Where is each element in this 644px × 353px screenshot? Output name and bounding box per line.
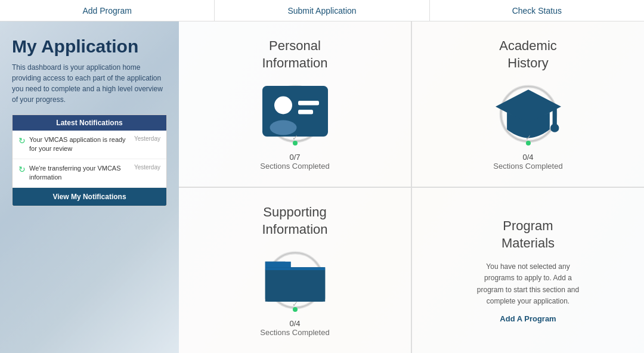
- notification-refresh-icon-2: ↻: [18, 165, 26, 174]
- nav-add-program[interactable]: Add Program: [0, 0, 215, 21]
- notifications-header: Latest Notifications: [13, 115, 166, 131]
- svg-rect-5: [298, 110, 313, 114]
- section-personal-information[interactable]: PersonalInformation ✓: [179, 21, 411, 187]
- svg-rect-4: [298, 101, 319, 106]
- svg-point-6: [270, 120, 296, 135]
- section-program-materials: ProgramMaterials You have not selected a…: [411, 187, 644, 353]
- notifications-box: Latest Notifications ↻ Your VMCAS applic…: [12, 114, 167, 206]
- section-academic-history[interactable]: AcademicHistory ✓ 0/4 Sec: [411, 21, 644, 187]
- svg-rect-10: [552, 107, 556, 126]
- top-navigation: Add Program Submit Application Check Sta…: [0, 0, 644, 21]
- sidebar-description: This dashboard is your application home …: [12, 62, 167, 105]
- view-notifications-button[interactable]: View My Notifications: [13, 188, 166, 206]
- academic-sections-label: Sections Completed: [493, 162, 562, 171]
- svg-marker-9: [496, 89, 561, 123]
- notification-time-2: Yesterday: [134, 164, 160, 171]
- academic-history-progress: ✓: [496, 81, 561, 147]
- academic-sections-count: 0/4: [522, 153, 533, 162]
- progress-dot-1: [293, 141, 298, 145]
- progress-dot-3: [293, 307, 298, 312]
- nav-submit-application[interactable]: Submit Application: [215, 0, 429, 21]
- notification-time-1: Yesterday: [134, 135, 160, 142]
- supporting-information-title: SupportingInformation: [262, 204, 327, 238]
- supporting-sections-count: 0/4: [289, 319, 300, 328]
- svg-point-11: [550, 124, 559, 132]
- notification-text-1: Your VMCAS application is ready for your…: [29, 135, 128, 154]
- supporting-information-progress: ✓: [262, 247, 328, 313]
- personal-sections-label: Sections Completed: [260, 162, 329, 171]
- main-layout: My Application This dashboard is your ap…: [0, 21, 644, 353]
- program-materials-description: You have not selected any programs to ap…: [475, 261, 582, 307]
- nav-check-status[interactable]: Check Status: [430, 0, 644, 21]
- svg-rect-14: [265, 267, 324, 301]
- personal-information-title: PersonalInformation: [262, 38, 327, 72]
- notification-item-1: ↻ Your VMCAS application is ready for yo…: [13, 131, 166, 159]
- notification-refresh-icon-1: ↻: [18, 136, 26, 145]
- section-supporting-information[interactable]: SupportingInformation ✓: [179, 187, 411, 353]
- personal-sections-count: 0/7: [289, 153, 300, 162]
- add-program-link[interactable]: Add A Program: [500, 314, 556, 323]
- program-materials-title: ProgramMaterials: [501, 218, 555, 252]
- sidebar: My Application This dashboard is your ap…: [0, 21, 179, 353]
- personal-information-progress: ✓: [262, 81, 328, 147]
- notification-item-2: ↻ We're transferring your VMCAS informat…: [13, 159, 166, 188]
- sidebar-title: My Application: [12, 36, 167, 57]
- content-area: PersonalInformation ✓: [179, 21, 644, 353]
- svg-point-3: [274, 97, 292, 114]
- progress-dot-2: [526, 141, 531, 145]
- supporting-sections-label: Sections Completed: [260, 328, 329, 337]
- academic-history-title: AcademicHistory: [499, 38, 557, 72]
- notification-text-2: We're transferring your VMCAS informatio…: [29, 164, 128, 182]
